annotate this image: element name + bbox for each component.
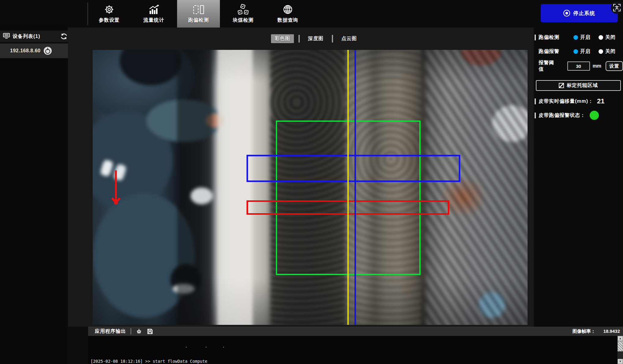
clear-log-button[interactable] <box>136 328 142 335</box>
coal-lumps-icon <box>238 4 249 15</box>
tab-color-image[interactable]: 彩色图 <box>271 34 294 43</box>
bar-chart-icon <box>148 4 159 15</box>
output-title: 应用程序输出 <box>95 328 126 335</box>
edit-region-icon <box>559 83 564 88</box>
device-ip: 192.168.8.60 <box>10 48 40 54</box>
scrollbar-track[interactable] <box>617 351 623 359</box>
alarm-status-row: 皮带跑偏报警状态： <box>535 111 599 120</box>
gear-icon <box>104 4 114 15</box>
tab-depth-image[interactable]: 深度图 <box>304 34 327 43</box>
refresh-devices-button[interactable] <box>60 32 68 40</box>
power-icon[interactable] <box>44 47 52 55</box>
calibrate-roller-region-button[interactable]: 标定托辊区域 <box>536 80 621 91</box>
realtime-offset-row: 皮带实时偏移量(mm)： 21 <box>535 97 605 105</box>
roller-region-overlay <box>247 155 460 182</box>
tab-data-query[interactable]: 数据查询 <box>266 0 309 28</box>
detection-settings-panel: 跑偏检测 开启 关闭 跑偏报警 开启 关闭 报警阈值 mm 设置 标定托辊区域 … <box>534 28 623 327</box>
divider <box>131 328 131 334</box>
log-line-partial: ˙¨´`ˆ˜¯·˙¨´`ˆ˜¯·˙¨´`ˆ¯·˜˙¨´`ˆ˜¯ <box>91 346 617 349</box>
deviation-alarm-off-radio[interactable] <box>599 49 603 54</box>
tab-label: 流量统计 <box>143 17 164 24</box>
deviation-alarm-row: 跑偏报警 开启 关闭 <box>539 48 616 55</box>
log-console[interactable]: ˙¨´`ˆ˜¯·˙¨´`ˆ˜¯·˙¨´`ˆ¯·˜˙¨´`ˆ˜¯ [2025-02… <box>88 336 617 364</box>
tab-flow-statistics[interactable]: 流量统计 <box>132 0 175 28</box>
top-toolbar: 参数设置 流量统计 跑偏检测 块煤检测 <box>0 0 623 28</box>
translate-icon[interactable]: 文 <box>611 2 623 14</box>
direction-arrow-overlay <box>109 170 123 206</box>
accent-bar <box>535 98 536 104</box>
tab-parameter-settings[interactable]: 参数设置 <box>88 0 131 28</box>
device-list-title: 设备列表(1) <box>13 33 40 40</box>
accent-bar <box>535 35 536 40</box>
center-line-overlay <box>347 50 349 325</box>
stop-system-button[interactable]: 停止系统 <box>541 4 618 22</box>
framerate-value: 18.9432 <box>603 329 620 334</box>
tab-divider <box>332 35 333 43</box>
tab-label: 块煤检测 <box>233 17 254 24</box>
tab-label: 跑偏检测 <box>188 17 209 24</box>
tab-label: 参数设置 <box>99 17 120 24</box>
device-sidebar <box>0 23 68 364</box>
tab-coal-detection[interactable]: 块煤检测 <box>222 0 265 28</box>
belt-edge-line-overlay <box>354 50 356 325</box>
camera-viewport <box>93 50 528 325</box>
deviation-alarm-on-radio[interactable] <box>573 49 578 54</box>
save-log-button[interactable] <box>147 328 153 335</box>
tab-label: 数据查询 <box>277 17 298 24</box>
log-line: [2025-02-08 18:12:16] >> start flowData … <box>91 359 617 364</box>
framerate-label: 图像帧率： <box>573 329 595 334</box>
framerate-readout: 图像帧率： 18.9432 <box>573 329 620 334</box>
globe-icon <box>283 4 293 15</box>
accent-bar <box>535 113 536 118</box>
toolbar-tabs: 参数设置 流量统计 跑偏检测 块煤检测 <box>88 0 309 28</box>
realtime-offset-value: 21 <box>597 97 604 105</box>
view-tab-bar: 彩色图 深度图 点云图 <box>271 34 361 43</box>
device-list-item[interactable]: 192.168.8.60 <box>0 43 68 58</box>
tab-deviation-detection[interactable]: 跑偏检测 <box>177 0 220 28</box>
application-output-bar: 应用程序输出 图像帧率： 18.9432 <box>88 327 623 336</box>
scrollbar-thumb[interactable] <box>617 341 623 351</box>
device-list-icon <box>3 33 10 40</box>
status-badge <box>590 111 599 120</box>
tab-divider <box>299 35 300 43</box>
deviation-detect-on-radio[interactable] <box>573 35 578 40</box>
stop-circle-icon <box>563 10 570 17</box>
stop-system-label: 停止系统 <box>573 10 595 17</box>
alarm-threshold-input[interactable] <box>567 61 590 71</box>
log-scrollbar[interactable]: ▲ ▼ <box>617 336 623 364</box>
scroll-up-button[interactable]: ▲ <box>617 336 623 341</box>
alarm-threshold-row: 报警阈值 mm 设置 <box>539 61 623 71</box>
deviation-detect-row: 跑偏检测 开启 关闭 <box>535 34 616 41</box>
deviation-detect-off-radio[interactable] <box>599 35 603 40</box>
scroll-down-button[interactable]: ▼ <box>617 359 623 364</box>
threshold-set-button[interactable]: 设置 <box>606 61 623 71</box>
deviation-rects-icon <box>193 4 204 15</box>
tab-point-cloud[interactable]: 点云图 <box>338 34 361 43</box>
